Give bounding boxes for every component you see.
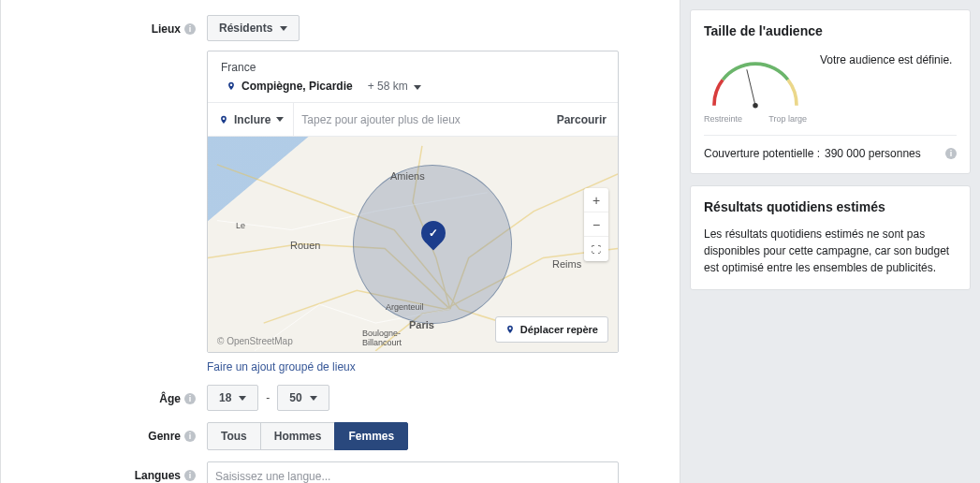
gauge-broad-label: Trop large: [768, 114, 807, 124]
age-max-dropdown[interactable]: 50: [277, 385, 329, 411]
map-controls: + − ⛶: [584, 188, 608, 261]
caret-down-icon: [239, 396, 246, 401]
gender-label: Genre i: [20, 422, 207, 443]
city-label-paris: Paris: [409, 319, 434, 330]
info-icon[interactable]: i: [184, 431, 196, 442]
pin-icon: [227, 80, 236, 93]
browse-link[interactable]: Parcourir: [557, 113, 607, 126]
info-icon[interactable]: i: [184, 23, 196, 35]
location-search-input[interactable]: [294, 106, 556, 134]
include-exclude-dropdown[interactable]: Inclure: [219, 103, 294, 136]
gender-male-button[interactable]: Hommes: [260, 422, 336, 450]
audience-size-panel: Taille de l'audience Restreinte Trop lar…: [690, 9, 971, 174]
zoom-in-button[interactable]: +: [584, 188, 608, 212]
gender-all-button[interactable]: Tous: [207, 422, 261, 450]
city-label-le: Le: [236, 221, 245, 230]
caret-down-icon: [310, 396, 317, 401]
city-label-reims: Reims: [552, 258, 581, 270]
map[interactable]: Rouen Amiens Reims Paris Argenteuil Boul…: [208, 137, 618, 352]
languages-input[interactable]: [207, 461, 619, 483]
selected-location[interactable]: Compiègne, Picardie + 58 km: [221, 80, 605, 93]
reach-label: Couverture potentielle :: [704, 147, 825, 160]
location-country: France: [221, 61, 605, 74]
caret-down-icon: [276, 117, 284, 122]
age-label: Âge i: [20, 385, 207, 405]
reach-value: 390 000 personnes: [825, 147, 945, 160]
info-icon[interactable]: i: [945, 148, 957, 159]
age-separator: -: [266, 391, 270, 404]
age-min-dropdown[interactable]: 18: [207, 385, 258, 411]
bulk-add-link[interactable]: Faire un ajout groupé de lieux: [207, 360, 356, 373]
audience-size-title: Taille de l'audience: [704, 23, 957, 38]
city-label-amiens: Amiens: [390, 170, 425, 182]
move-marker-button[interactable]: Déplacer repère: [495, 316, 608, 343]
gauge-narrow-label: Restreinte: [704, 114, 742, 124]
locations-label: Lieux i: [20, 15, 207, 36]
svg-point-1: [753, 103, 758, 109]
locations-mode-dropdown[interactable]: Résidents: [207, 15, 300, 41]
caret-down-icon: [414, 85, 421, 90]
locations-box: France Compiègne, Picardie + 58 km: [207, 51, 619, 353]
audience-defined-message: Votre audience est définie.: [820, 50, 957, 66]
radius-dropdown[interactable]: + 58 km: [368, 80, 422, 93]
info-icon[interactable]: i: [184, 470, 196, 481]
daily-results-title: Résultats quotidiens estimés: [704, 199, 957, 214]
languages-label: Langues i: [20, 461, 207, 482]
pin-icon: [219, 113, 228, 126]
gauge-meter: [704, 50, 807, 115]
map-attribution: © OpenStreetMap: [217, 336, 293, 346]
city-label-boulogne: Boulogne- Billancourt: [362, 329, 402, 347]
city-label-argenteuil: Argenteuil: [386, 302, 424, 312]
svg-line-0: [747, 69, 755, 106]
zoom-out-button[interactable]: −: [584, 212, 608, 237]
info-icon[interactable]: i: [184, 393, 196, 404]
daily-results-text: Les résultats quotidiens estimés ne sont…: [704, 226, 957, 276]
gender-female-button[interactable]: Femmes: [334, 422, 408, 450]
daily-results-panel: Résultats quotidiens estimés Les résulta…: [690, 185, 971, 290]
pin-icon: [505, 323, 515, 336]
fullscreen-button[interactable]: ⛶: [584, 237, 608, 261]
caret-down-icon: [280, 26, 287, 31]
city-label-rouen: Rouen: [290, 240, 320, 251]
